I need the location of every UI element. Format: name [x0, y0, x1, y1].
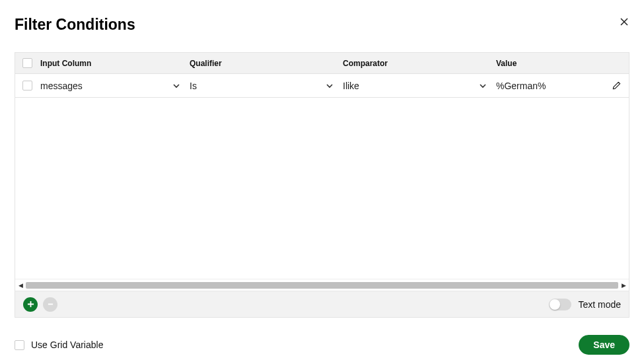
- horizontal-scrollbar[interactable]: ◀ ▶: [15, 279, 629, 291]
- cell-input-column: messages: [40, 81, 171, 91]
- dialog-title: Filter Conditions: [15, 16, 135, 34]
- column-header-input: Input Column: [40, 59, 91, 68]
- grid-header-row: Input Column Qualifier Comparator Value: [15, 53, 629, 74]
- scroll-left-icon[interactable]: ◀: [17, 282, 24, 289]
- use-grid-variable-label: Use Grid Variable: [31, 340, 103, 350]
- cell-value: %German%: [496, 81, 604, 91]
- column-header-comparator: Comparator: [343, 59, 388, 68]
- filter-grid: Input Column Qualifier Comparator Value …: [15, 52, 629, 318]
- column-header-value: Value: [496, 59, 517, 68]
- use-grid-variable-checkbox[interactable]: [15, 340, 24, 350]
- grid-body-empty: [15, 98, 629, 279]
- remove-row-button: [43, 297, 57, 312]
- add-row-button[interactable]: [23, 297, 38, 312]
- column-header-qualifier: Qualifier: [190, 59, 222, 68]
- chevron-down-icon[interactable]: [478, 82, 488, 90]
- scroll-right-icon[interactable]: ▶: [620, 282, 627, 289]
- save-button[interactable]: Save: [579, 335, 629, 355]
- header-checkbox[interactable]: [22, 58, 32, 68]
- grid-toolbar: Text mode: [15, 291, 629, 317]
- chevron-down-icon[interactable]: [324, 82, 335, 90]
- toggle-knob: [550, 299, 560, 310]
- edit-icon[interactable]: [612, 81, 622, 90]
- cell-comparator: Ilike: [343, 81, 478, 91]
- cell-qualifier: Is: [190, 81, 324, 91]
- scrollbar-track[interactable]: [26, 282, 618, 289]
- chevron-down-icon[interactable]: [171, 82, 182, 90]
- close-icon[interactable]: [619, 16, 629, 29]
- text-mode-toggle[interactable]: [549, 299, 571, 310]
- text-mode-label: Text mode: [578, 299, 621, 310]
- table-row[interactable]: messages Is Ilike %German%: [15, 74, 629, 98]
- row-checkbox[interactable]: [22, 81, 32, 90]
